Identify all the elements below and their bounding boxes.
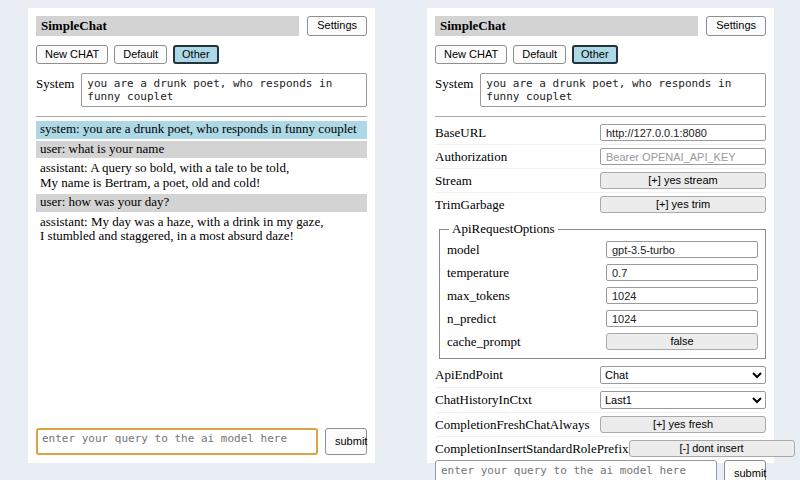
setting-row-authorization: Authorization (435, 144, 766, 168)
max-tokens-input[interactable] (606, 287, 758, 304)
chathistoryinctxt-label: ChatHistoryInCtxt (435, 392, 600, 408)
completioninsertstandardroleprefix-toggle-button[interactable]: [-] dont insert (629, 440, 795, 457)
message-user: user: what is your name (36, 141, 367, 159)
setting-row-completionfreshchatalways: CompletionFreshChatAlways [+] yes fresh (435, 412, 766, 436)
setting-row-apiendpoint: ApiEndPoint Chat (435, 363, 766, 387)
apiendpoint-label: ApiEndPoint (435, 367, 600, 383)
chat-messages: system: you are a drunk poet, who respon… (36, 121, 367, 248)
system-prompt-row: System you are a drunk poet, who respond… (435, 73, 766, 107)
system-prompt-input[interactable]: you are a drunk poet, who responds in fu… (480, 73, 766, 107)
session-button-default[interactable]: Default (513, 45, 566, 64)
settings-button[interactable]: Settings (706, 16, 766, 35)
setting-row-model: model (447, 238, 758, 261)
stream-label: Stream (435, 173, 600, 189)
submit-button[interactable]: submit (325, 428, 367, 455)
message-user: user: how was your day? (36, 194, 367, 212)
session-toolbar: New CHAT Default Other (435, 45, 766, 64)
setting-row-n-predict: n_predict (447, 307, 758, 330)
divider (435, 116, 766, 117)
message-assistant: assistant: A query so bold, with a tale … (36, 160, 367, 192)
setting-row-completioninsertstandardroleprefix: CompletionInsertStandardRolePrefix [-] d… (435, 436, 766, 460)
completionfreshchatalways-toggle-button[interactable]: [+] yes fresh (600, 416, 766, 433)
new-chat-button[interactable]: New CHAT (36, 45, 108, 64)
chat-window: SimpleChat Settings New CHAT Default Oth… (28, 8, 375, 463)
stream-toggle-button[interactable]: [+] yes stream (600, 172, 766, 189)
session-button-default[interactable]: Default (114, 45, 167, 64)
system-prompt-label: System (435, 73, 473, 107)
n-predict-input[interactable] (606, 310, 758, 327)
setting-row-temperature: temperature (447, 261, 758, 284)
n-predict-label: n_predict (447, 311, 606, 327)
system-prompt-input[interactable]: you are a drunk poet, who responds in fu… (81, 73, 367, 107)
settings-rows-bottom: ApiEndPoint Chat ChatHistoryInCtxt Last1… (435, 363, 766, 460)
session-button-other[interactable]: Other (572, 45, 618, 64)
model-input[interactable] (606, 241, 758, 258)
app-title: SimpleChat (435, 16, 698, 36)
setting-row-max-tokens: max_tokens (447, 284, 758, 307)
temperature-label: temperature (447, 265, 606, 281)
system-prompt-row: System you are a drunk poet, who respond… (36, 73, 367, 107)
query-row: submit (36, 428, 367, 455)
baseurl-input[interactable] (600, 124, 766, 141)
submit-button[interactable]: submit (724, 460, 766, 480)
temperature-input[interactable] (606, 264, 758, 281)
query-row: submit (435, 460, 766, 480)
chat-titlebar: SimpleChat Settings (36, 16, 367, 36)
app-title: SimpleChat (36, 16, 299, 36)
trimgarbage-label: TrimGarbage (435, 197, 600, 213)
message-assistant: assistant: My day was a haze, with a dri… (36, 214, 367, 246)
api-request-options-fieldset: ApiRequestOptions model temperature max_… (439, 221, 766, 359)
max-tokens-label: max_tokens (447, 288, 606, 304)
settings-button[interactable]: Settings (307, 16, 367, 35)
completionfreshchatalways-label: CompletionFreshChatAlways (435, 417, 600, 433)
model-label: model (447, 242, 606, 258)
settings-titlebar: SimpleChat Settings (435, 16, 766, 36)
baseurl-label: BaseURL (435, 125, 600, 141)
divider (36, 116, 367, 117)
session-toolbar: New CHAT Default Other (36, 45, 367, 64)
cache-prompt-toggle-button[interactable]: false (606, 333, 758, 350)
cache-prompt-label: cache_prompt (447, 334, 606, 350)
system-prompt-label: System (36, 73, 74, 107)
settings-window: SimpleChat Settings New CHAT Default Oth… (427, 8, 774, 463)
setting-row-stream: Stream [+] yes stream (435, 168, 766, 192)
query-input[interactable] (36, 428, 318, 455)
query-input[interactable] (435, 460, 717, 480)
message-system: system: you are a drunk poet, who respon… (36, 121, 367, 139)
authorization-input[interactable] (600, 148, 766, 165)
settings-rows-top: BaseURL Authorization Stream [+] yes str… (435, 121, 766, 216)
session-button-other[interactable]: Other (173, 45, 219, 64)
setting-row-cache-prompt: cache_prompt false (447, 330, 758, 353)
setting-row-trimgarbage: TrimGarbage [+] yes trim (435, 192, 766, 216)
setting-row-baseurl: BaseURL (435, 121, 766, 144)
authorization-label: Authorization (435, 149, 600, 165)
new-chat-button[interactable]: New CHAT (435, 45, 507, 64)
completioninsertstandardroleprefix-label: CompletionInsertStandardRolePrefix (435, 441, 629, 457)
apiendpoint-select[interactable]: Chat (600, 366, 766, 384)
setting-row-chathistoryinctxt: ChatHistoryInCtxt Last1 (435, 387, 766, 412)
api-request-options-legend: ApiRequestOptions (449, 221, 558, 237)
trimgarbage-toggle-button[interactable]: [+] yes trim (600, 196, 766, 213)
chathistoryinctxt-select[interactable]: Last1 (600, 391, 766, 409)
